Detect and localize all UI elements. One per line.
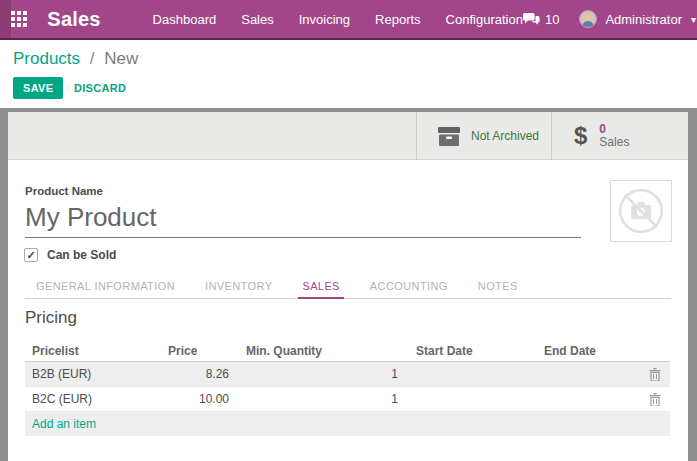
tab-notes[interactable]: NOTES [474, 280, 522, 298]
add-item-row: Add an item [25, 412, 670, 436]
product-image-upload[interactable] [610, 180, 672, 242]
can-be-sold-checkbox[interactable]: ✓ [24, 248, 38, 262]
product-name-input[interactable] [25, 198, 581, 238]
pricing-section-title: Pricing [25, 308, 77, 328]
user-avatar[interactable] [579, 10, 597, 28]
form-sheet: Not Archived $ 0 Sales [8, 112, 688, 461]
app-title: Sales [47, 8, 100, 31]
trash-icon [649, 393, 661, 406]
topbar-right: 10 Administrator ▾ [523, 10, 697, 28]
pricelist-table: Pricelist Price Min. Quantity Start Date… [25, 340, 670, 436]
archive-box-icon [437, 126, 461, 147]
column-header-end-date: End Date [530, 344, 640, 358]
trash-icon [649, 368, 661, 381]
chevron-down-icon[interactable]: ▾ [691, 14, 696, 25]
discard-button[interactable]: DISCARD [66, 77, 134, 99]
dollar-icon: $ [574, 122, 587, 150]
sales-stat-button[interactable]: $ 0 Sales [551, 112, 688, 160]
breadcrumb-separator: / [90, 49, 95, 68]
notebook-tabs: GENERAL INFORMATION INVENTORY SALES ACCO… [25, 276, 671, 299]
save-button[interactable]: SAVE [13, 77, 63, 99]
add-an-item-link[interactable]: Add an item [25, 417, 96, 431]
no-image-camera-icon [613, 183, 669, 239]
column-header-start-date: Start Date [400, 344, 530, 358]
checkmark-icon: ✓ [26, 249, 35, 262]
menu-item-invoicing[interactable]: Invoicing [299, 12, 350, 27]
cell-pricelist[interactable]: B2B (EUR) [25, 367, 160, 381]
table-row[interactable]: B2C (EUR) 10.00 1 [25, 387, 670, 412]
button-box: Not Archived $ 0 Sales [8, 112, 688, 160]
menu-item-configuration[interactable]: Configuration [446, 12, 523, 27]
not-archived-label: Not Archived [471, 129, 539, 143]
breadcrumb-current: New [104, 49, 138, 68]
table-header-row: Pricelist Price Min. Quantity Start Date… [25, 340, 670, 362]
can-be-sold-label: Can be Sold [47, 248, 116, 262]
tab-sales[interactable]: SALES [298, 280, 343, 299]
speech-bubbles-icon [523, 12, 540, 26]
topbar-left-edge [0, 0, 11, 38]
not-archived-button[interactable]: Not Archived [416, 112, 551, 160]
column-header-price: Price [160, 344, 235, 358]
product-name-label: Product Name [25, 185, 103, 197]
delete-row-button[interactable] [649, 368, 661, 381]
breadcrumb-products-link[interactable]: Products [13, 49, 80, 68]
cell-min-quantity[interactable]: 1 [235, 367, 400, 381]
column-header-pricelist: Pricelist [25, 344, 160, 358]
tab-general-information[interactable]: GENERAL INFORMATION [32, 280, 179, 298]
cell-pricelist[interactable]: B2C (EUR) [25, 392, 160, 406]
can-be-sold-field[interactable]: ✓ Can be Sold [24, 248, 116, 262]
sales-label: Sales [599, 136, 629, 149]
tab-inventory[interactable]: INVENTORY [201, 280, 276, 298]
cell-price[interactable]: 8.26 [160, 367, 235, 381]
cell-min-quantity[interactable]: 1 [235, 392, 400, 406]
control-panel: Products / New SAVE DISCARD [0, 40, 697, 108]
top-navbar: Sales Dashboard Sales Invoicing Reports … [0, 0, 697, 40]
app-window: Sales Dashboard Sales Invoicing Reports … [0, 0, 697, 461]
tab-accounting[interactable]: ACCOUNTING [366, 280, 452, 298]
menu-item-reports[interactable]: Reports [375, 12, 421, 27]
apps-grid-icon [11, 11, 27, 27]
breadcrumb: Products / New [13, 49, 138, 69]
main-menu: Dashboard Sales Invoicing Reports Config… [153, 12, 523, 27]
table-row[interactable]: B2B (EUR) 8.26 1 [25, 362, 670, 387]
menu-item-sales[interactable]: Sales [241, 12, 274, 27]
cell-price[interactable]: 10.00 [160, 392, 235, 406]
menu-item-dashboard[interactable]: Dashboard [153, 12, 217, 27]
column-header-min-quantity: Min. Quantity [235, 344, 400, 358]
user-menu[interactable]: Administrator [605, 12, 682, 27]
messages-button[interactable]: 10 [523, 12, 559, 27]
delete-row-button[interactable] [649, 393, 661, 406]
form-background: Not Archived $ 0 Sales [0, 108, 697, 461]
messages-count: 10 [545, 12, 559, 27]
